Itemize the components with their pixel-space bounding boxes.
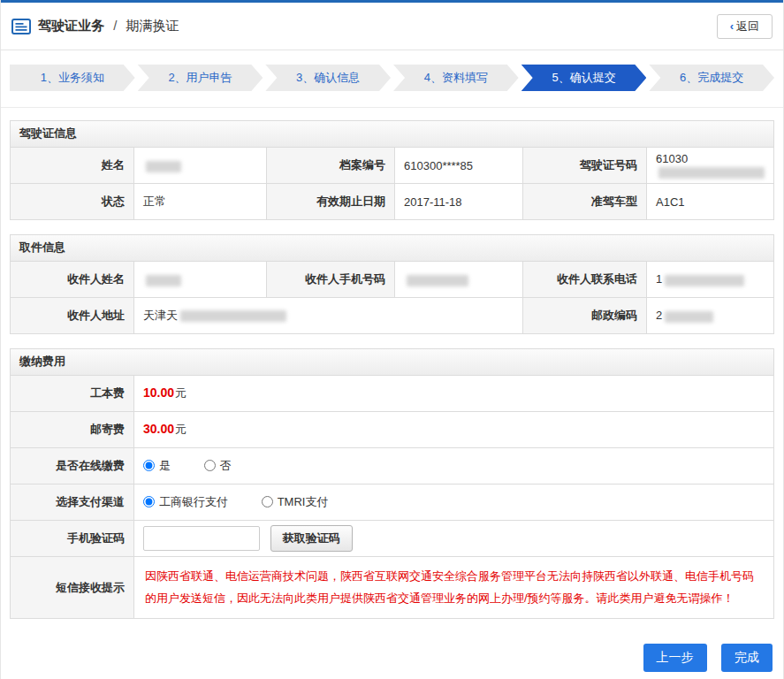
mail-fee-amount: 30.00 — [143, 422, 174, 436]
recipient-mobile-label: 收件人手机号码 — [267, 262, 395, 298]
table-row: 手机验证码 获取验证码 — [11, 521, 774, 557]
step-1-business-notice[interactable]: 1、业务须知 — [10, 65, 135, 91]
channel-tmri-radio[interactable] — [262, 496, 273, 507]
step-navigation: 1、业务须知 2、用户申告 3、确认信息 4、资料填写 5、确认提交 6、完成提… — [1, 50, 783, 108]
license-info-table: 姓名 档案编号 610300****85 驾驶证号码 61030 状态 正常 有… — [10, 147, 774, 220]
sms-code-label: 手机验证码 — [11, 521, 134, 557]
form-document-icon — [11, 19, 31, 34]
work-fee-label: 工本费 — [11, 376, 134, 412]
postal-code-value: 2 — [647, 298, 774, 334]
name-label: 姓名 — [11, 148, 134, 184]
get-sms-code-button[interactable]: 获取验证码 — [270, 525, 353, 552]
expiry-date-value: 2017-11-18 — [395, 184, 523, 220]
step-6-complete-submit[interactable]: 6、完成提交 — [649, 65, 774, 91]
work-fee-value: 10.00元 — [134, 376, 774, 412]
table-row: 是否在线缴费 是 否 — [11, 448, 774, 484]
previous-step-button[interactable]: 上一步 — [643, 644, 707, 672]
work-fee-unit: 元 — [175, 386, 186, 400]
file-number-label: 档案编号 — [267, 148, 395, 184]
section-pickup-info: 取件信息 收件人姓名 收件人手机号码 收件人联系电话 1 收件人地址 天津天 邮… — [10, 234, 774, 334]
mail-fee-unit: 元 — [175, 423, 186, 436]
postal-code-label: 邮政编码 — [523, 298, 647, 334]
footer-actions: 上一步 完成 — [1, 633, 783, 679]
vehicle-class-label: 准驾车型 — [523, 184, 647, 220]
channel-icbc-option[interactable]: 工商银行支付 — [143, 494, 228, 510]
finish-button[interactable]: 完成 — [721, 644, 773, 672]
online-pay-yes-radio[interactable] — [143, 460, 155, 471]
recipient-phone-value: 1 — [647, 262, 774, 298]
online-pay-yes-label: 是 — [159, 458, 171, 474]
redacted-name — [146, 161, 181, 172]
table-row: 邮寄费 30.00元 — [11, 412, 774, 448]
page: 驾驶证业务 / 期满换证 ‹返回 1、业务须知 2、用户申告 3、确认信息 4、… — [0, 0, 784, 679]
online-pay-no-option[interactable]: 否 — [204, 458, 232, 474]
license-number-label: 驾驶证号码 — [523, 148, 647, 184]
table-row: 状态 正常 有效期止日期 2017-11-18 准驾车型 A1C1 — [11, 184, 774, 220]
recipient-name-value — [134, 262, 267, 298]
table-row: 工本费 10.00元 — [11, 376, 774, 412]
redacted-recipient-address — [180, 310, 286, 322]
redacted-license-number — [658, 167, 765, 179]
recipient-mobile-value — [395, 262, 523, 298]
file-number-value: 610300****85 — [395, 148, 523, 184]
channel-icbc-radio[interactable] — [143, 496, 155, 507]
online-pay-no-radio[interactable] — [204, 460, 216, 471]
pickup-info-table: 收件人姓名 收件人手机号码 收件人联系电话 1 收件人地址 天津天 邮政编码 2 — [10, 261, 774, 334]
vehicle-class-value: A1C1 — [647, 184, 774, 220]
table-row: 短信接收提示 因陕西省联通、电信运营商技术问题，陕西省互联网交通安全综合服务管理… — [11, 557, 774, 619]
pay-channel-label: 选择支付渠道 — [11, 484, 134, 521]
section-payment-title: 缴纳费用 — [10, 348, 774, 375]
step-2-user-declaration[interactable]: 2、用户申告 — [138, 65, 263, 91]
name-value — [134, 148, 267, 184]
channel-tmri-label: TMRI支付 — [278, 494, 329, 510]
sms-code-cell: 获取验证码 — [134, 521, 774, 557]
page-title-subpage: 期满换证 — [126, 18, 179, 33]
section-license-title: 驾驶证信息 — [10, 120, 774, 147]
step-5-confirm-submit[interactable]: 5、确认提交 — [521, 65, 647, 91]
online-pay-yes-option[interactable]: 是 — [143, 458, 171, 474]
header-title-group: 驾驶证业务 / 期满换证 — [11, 18, 179, 34]
table-row: 收件人姓名 收件人手机号码 收件人联系电话 1 — [11, 262, 774, 298]
work-fee-amount: 10.00 — [143, 385, 174, 400]
sms-notice-cell: 因陕西省联通、电信运营商技术问题，陕西省互联网交通安全综合服务管理平台无法向持陕… — [134, 557, 774, 619]
recipient-name-label: 收件人姓名 — [11, 262, 134, 298]
expiry-date-label: 有效期止日期 — [267, 184, 395, 220]
recipient-address-label: 收件人地址 — [11, 298, 134, 334]
online-pay-label: 是否在线缴费 — [11, 448, 134, 484]
recipient-phone-label: 收件人联系电话 — [523, 262, 647, 298]
section-payment: 缴纳费用 工本费 10.00元 邮寄费 30.00元 是否在线缴费 — [10, 348, 774, 619]
back-chevron-icon: ‹ — [730, 19, 734, 33]
payment-table: 工本费 10.00元 邮寄费 30.00元 是否在线缴费 是 — [10, 375, 774, 619]
mail-fee-label: 邮寄费 — [11, 412, 134, 448]
back-button[interactable]: ‹返回 — [717, 14, 773, 39]
section-pickup-title: 取件信息 — [10, 234, 774, 261]
redacted-recipient-phone — [665, 275, 744, 286]
recipient-address-value: 天津天 — [134, 298, 523, 334]
page-title-business: 驾驶证业务 — [38, 18, 104, 33]
pay-channel-options: 工商银行支付 TMRI支付 — [134, 484, 774, 521]
online-pay-no-label: 否 — [220, 458, 232, 474]
redacted-recipient-mobile — [407, 275, 468, 286]
redacted-postal-code — [665, 311, 713, 323]
channel-icbc-label: 工商银行支付 — [159, 494, 228, 510]
step-arrows: 1、业务须知 2、用户申告 3、确认信息 4、资料填写 5、确认提交 6、完成提… — [10, 65, 774, 91]
section-license-info: 驾驶证信息 姓名 档案编号 610300****85 驾驶证号码 61030 状… — [10, 120, 774, 220]
sms-notice-label: 短信接收提示 — [11, 557, 134, 619]
status-label: 状态 — [11, 184, 134, 220]
step-3-confirm-info[interactable]: 3、确认信息 — [265, 65, 391, 91]
online-pay-options: 是 否 — [134, 448, 774, 484]
table-row: 选择支付渠道 工商银行支付 TMRI支付 — [11, 484, 774, 521]
sms-code-input[interactable] — [143, 526, 260, 551]
redacted-recipient-name — [146, 275, 181, 286]
license-number-value: 61030 — [647, 148, 774, 184]
channel-tmri-option[interactable]: TMRI支付 — [262, 494, 329, 510]
mail-fee-value: 30.00元 — [134, 412, 774, 448]
table-row: 收件人地址 天津天 邮政编码 2 — [11, 298, 774, 334]
page-title: 驾驶证业务 / 期满换证 — [38, 18, 179, 34]
status-value: 正常 — [134, 184, 267, 220]
step-4-fill-data[interactable]: 4、资料填写 — [393, 65, 519, 91]
sms-notice-text: 因陕西省联通、电信运营商技术问题，陕西省互联网交通安全综合服务管理平台无法向持陕… — [143, 561, 765, 614]
back-button-label: 返回 — [736, 19, 759, 33]
page-header: 驾驶证业务 / 期满换证 ‹返回 — [1, 3, 783, 50]
page-title-separator: / — [113, 18, 117, 33]
